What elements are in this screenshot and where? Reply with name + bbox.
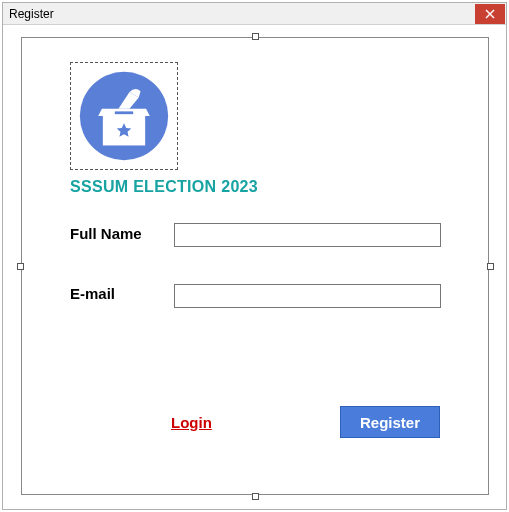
fullname-label: Full Name bbox=[70, 225, 142, 242]
register-button[interactable]: Register bbox=[340, 406, 440, 438]
close-button[interactable] bbox=[475, 4, 505, 24]
resize-handle-left[interactable] bbox=[17, 263, 24, 270]
svg-rect-5 bbox=[115, 111, 133, 114]
window-title: Register bbox=[9, 7, 54, 21]
page-title: SSSUM ELECTION 2023 bbox=[70, 178, 258, 196]
form-panel: SSSUM ELECTION 2023 Full Name E-mail Log… bbox=[21, 37, 489, 495]
close-icon bbox=[485, 9, 495, 19]
fullname-input[interactable] bbox=[174, 223, 441, 247]
email-input[interactable] bbox=[174, 284, 441, 308]
resize-handle-right[interactable] bbox=[487, 263, 494, 270]
register-button-label: Register bbox=[360, 414, 420, 431]
resize-handle-top[interactable] bbox=[252, 33, 259, 40]
logo-placeholder bbox=[70, 62, 178, 170]
ballot-box-icon bbox=[78, 70, 170, 162]
register-window: Register SSSU bbox=[2, 2, 507, 510]
login-link[interactable]: Login bbox=[171, 414, 212, 431]
email-label: E-mail bbox=[70, 285, 115, 302]
titlebar: Register bbox=[3, 3, 506, 25]
resize-handle-bottom[interactable] bbox=[252, 493, 259, 500]
